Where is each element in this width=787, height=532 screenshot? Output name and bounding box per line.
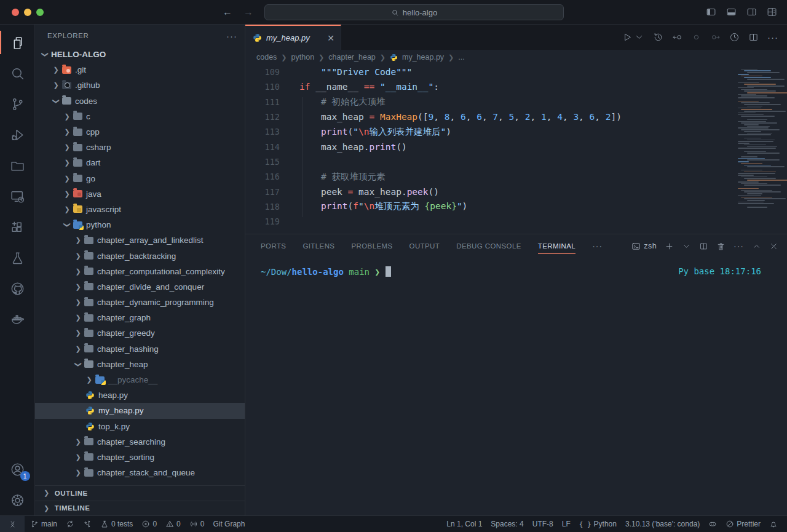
plus-icon[interactable]: [665, 242, 674, 251]
activity-item-accounts[interactable]: 1: [0, 454, 35, 485]
breadcrumb-item[interactable]: chapter_heap: [328, 53, 375, 62]
tree-item-chapter-stack-and-queue[interactable]: ❯chapter_stack_and_queue: [35, 465, 245, 480]
minimize-window-button[interactable]: [24, 9, 31, 16]
code-line-111[interactable]: 111 # 初始化大顶堆: [245, 95, 787, 109]
tree-item-javascript[interactable]: ❯javascript: [35, 202, 245, 217]
code-line-116[interactable]: 116 # 获取堆顶元素: [245, 169, 787, 184]
customize-layout-icon[interactable]: [767, 7, 777, 17]
toggle-panel-icon[interactable]: [726, 7, 737, 17]
minimap[interactable]: [738, 67, 782, 215]
more-actions-icon[interactable]: ···: [767, 32, 778, 42]
code-line-114[interactable]: 114 max_heap.print(): [245, 139, 787, 154]
run-button-icon[interactable]: [622, 32, 633, 42]
statusbar-git-graph[interactable]: Git Graph: [208, 520, 249, 528]
zoom-window-button[interactable]: [36, 9, 44, 16]
chevron-up-icon[interactable]: [752, 242, 761, 251]
code-editor[interactable]: 109 """Driver Code"""110if __name__ == "…: [245, 65, 787, 234]
statusbar-python[interactable]: { }Python: [575, 520, 621, 528]
statusbar-lf[interactable]: LF: [558, 520, 575, 528]
chevron-down-icon[interactable]: [682, 242, 691, 251]
activity-item-extensions[interactable]: [0, 212, 35, 242]
statusbar-ln-1-col-1[interactable]: Ln 1, Col 1: [442, 520, 486, 528]
tab-my-heap-py[interactable]: my_heap.py ✕: [245, 25, 341, 50]
close-icon[interactable]: [769, 242, 778, 251]
timeline-section[interactable]: ❯ TIMELINE: [35, 501, 245, 516]
breadcrumb-item[interactable]: python: [291, 53, 315, 62]
remote-indicator[interactable]: [0, 516, 25, 532]
statusbar-prettier[interactable]: Prettier: [721, 520, 765, 528]
tree-item-chapter-dynamic-programming[interactable]: ❯chapter_dynamic_programming: [35, 295, 245, 310]
split-icon[interactable]: [699, 242, 708, 251]
tree-item-chapter-divide-and-conquer[interactable]: ❯chapter_divide_and_conquer: [35, 279, 245, 295]
explorer-more-actions-icon[interactable]: ···: [226, 31, 237, 41]
statusbar-copilot-icon[interactable]: [704, 520, 721, 528]
tree-item--github[interactable]: ❯.github: [35, 77, 245, 93]
activity-item-search[interactable]: [0, 58, 35, 89]
tree-item-chapter-backtracking[interactable]: ❯chapter_backtracking: [35, 248, 245, 263]
breadcrumb-item[interactable]: codes: [256, 53, 277, 62]
forward-icon[interactable]: →: [243, 7, 253, 18]
statusbar-0-tests[interactable]: 0 tests: [96, 520, 137, 528]
outline-section[interactable]: ❯ OUTLINE: [35, 485, 245, 501]
breadcrumb-item[interactable]: my_heap.py: [402, 53, 444, 62]
tree-item--pycache-[interactable]: ❯__pycache__: [35, 372, 245, 387]
statusbar-3-10-13-base-conda-[interactable]: 3.10.13 ('base': conda): [621, 520, 704, 528]
panel-tab-output[interactable]: OUTPUT: [409, 234, 440, 258]
statusbar-bell-icon[interactable]: [765, 520, 782, 528]
tree-item-dart[interactable]: ❯dart: [35, 155, 245, 170]
code-line-112[interactable]: 112 max_heap = MaxHeap([9, 8, 6, 6, 7, 5…: [245, 109, 787, 124]
activity-item-source-control[interactable]: [0, 89, 35, 119]
terminal[interactable]: ~/Dow/hello-algo main ❯ Py base 18:17:16: [245, 258, 787, 515]
activity-item-github[interactable]: [0, 273, 35, 304]
tree-item-chapter-sorting[interactable]: ❯chapter_sorting: [35, 450, 245, 465]
activity-item-docker[interactable]: [0, 304, 35, 335]
tree-item-top-k-py[interactable]: top_k.py: [35, 419, 245, 434]
panel-tab-problems[interactable]: PROBLEMS: [351, 234, 392, 258]
code-line-117[interactable]: 117 peek = max_heap.peek(): [245, 184, 787, 199]
tree-item--git[interactable]: ❯.git: [35, 62, 245, 77]
code-line-115[interactable]: 115: [245, 154, 787, 169]
statusbar-0[interactable]: 0: [137, 520, 161, 528]
toggle-sidebar-icon[interactable]: [706, 7, 716, 17]
tree-item-cpp[interactable]: ❯cpp: [35, 124, 245, 140]
split-editor-icon[interactable]: [748, 32, 759, 42]
close-tab-icon[interactable]: ✕: [327, 33, 334, 43]
toggle-secondary-sidebar-icon[interactable]: [746, 7, 757, 17]
activity-item-settings[interactable]: [0, 485, 35, 515]
tree-item-hello-algo[interactable]: ❯HELLO-ALGO: [35, 47, 245, 62]
next-change-icon[interactable]: [710, 32, 721, 42]
code-line-110[interactable]: 110if __name__ == "__main__":: [245, 79, 787, 94]
tree-item-python[interactable]: ❯python: [35, 217, 245, 232]
activity-item-project-manager[interactable]: [0, 150, 35, 181]
tree-item-csharp[interactable]: ❯csharp: [35, 140, 245, 155]
tree-item-chapter-computational-complexity[interactable]: ❯chapter_computational_complexity: [35, 264, 245, 279]
code-line-113[interactable]: 113 print("\n输入列表并建堆后"): [245, 124, 787, 139]
statusbar-gitlens-icon[interactable]: [79, 520, 96, 528]
panel-more-icon[interactable]: ···: [734, 241, 744, 251]
panel-tab-gitlens[interactable]: GITLENS: [303, 234, 334, 258]
gitlens-file-history-icon[interactable]: [729, 32, 740, 42]
code-line-109[interactable]: 109 """Driver Code""": [245, 65, 787, 79]
statusbar-utf-8[interactable]: UTF-8: [528, 520, 558, 528]
tree-item-codes[interactable]: ❯codes: [35, 93, 245, 109]
tree-item-go[interactable]: ❯go: [35, 171, 245, 186]
code-line-119[interactable]: 119: [245, 214, 787, 229]
tree-item-chapter-array-and-linkedlist[interactable]: ❯chapter_array_and_linkedlist: [35, 232, 245, 248]
back-icon[interactable]: ←: [223, 7, 232, 18]
tree-item-chapter-hashing[interactable]: ❯chapter_hashing: [35, 341, 245, 357]
tree-item-chapter-searching[interactable]: ❯chapter_searching: [35, 434, 245, 450]
tree-item-java[interactable]: ❯java: [35, 186, 245, 202]
activity-item-explorer[interactable]: [0, 27, 35, 58]
statusbar-sync-icon[interactable]: [61, 520, 79, 528]
panel-tab-terminal[interactable]: TERMINAL: [538, 234, 575, 258]
close-window-button[interactable]: [12, 9, 19, 16]
activity-item-run-debug[interactable]: [0, 119, 35, 150]
activity-item-remote-explorer[interactable]: [0, 181, 35, 212]
statusbar-0[interactable]: 0: [185, 520, 209, 528]
statusbar-0[interactable]: 0: [161, 520, 185, 528]
code-line-118[interactable]: 118 print(f"\n堆顶元素为 {peek}"): [245, 199, 787, 214]
panel-tab-debug-console[interactable]: DEBUG CONSOLE: [456, 234, 521, 258]
timeline-history-icon[interactable]: [653, 32, 663, 42]
statusbar-main[interactable]: main: [26, 520, 61, 528]
tree-item-chapter-heap[interactable]: ❯chapter_heap: [35, 357, 245, 372]
